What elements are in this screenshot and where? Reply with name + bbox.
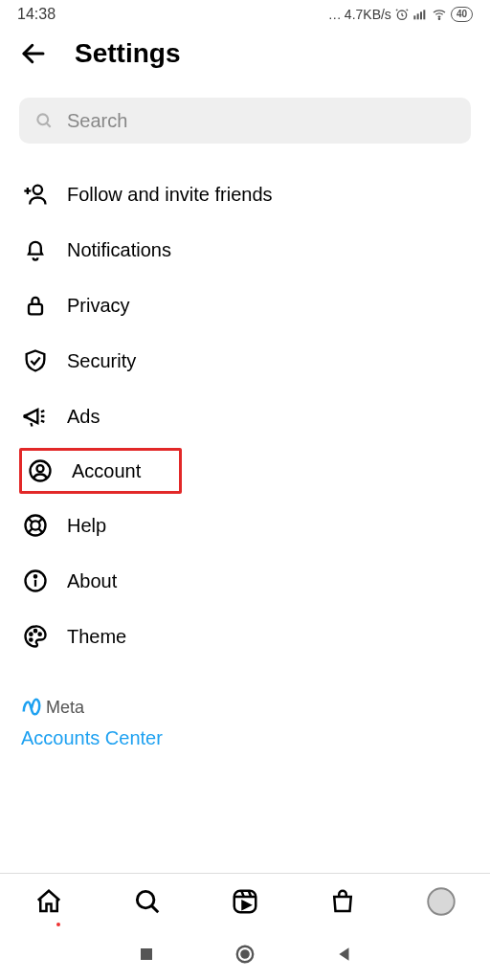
settings-item-account[interactable]: Account [19, 448, 182, 494]
svg-rect-2 [417, 13, 419, 19]
system-nav [0, 928, 490, 980]
settings-item-theme[interactable]: Theme [19, 609, 471, 664]
svg-marker-39 [339, 947, 348, 961]
svg-rect-3 [420, 11, 422, 19]
settings-item-ads[interactable]: Ads [19, 389, 471, 444]
settings-item-label: Theme [67, 626, 126, 648]
bottom-nav [0, 873, 490, 928]
settings-item-label: Account [72, 460, 141, 482]
svg-line-20 [39, 529, 44, 534]
settings-item-follow-invite[interactable]: Follow and invite friends [19, 167, 471, 222]
svg-line-18 [39, 518, 44, 523]
svg-line-19 [28, 529, 33, 534]
settings-item-privacy[interactable]: Privacy [19, 278, 471, 333]
svg-point-24 [30, 634, 32, 635]
bell-icon [21, 235, 50, 264]
sys-recent-button[interactable] [136, 944, 157, 965]
sys-back-button[interactable] [334, 944, 355, 965]
search-placeholder: Search [67, 110, 127, 132]
svg-point-27 [30, 638, 32, 640]
meta-section: Meta Accounts Center [0, 664, 490, 753]
settings-header: Settings [0, 27, 490, 86]
status-net-speed: 4.7KB/s [345, 7, 391, 22]
settings-item-label: Security [67, 350, 136, 372]
lifebuoy-icon [21, 511, 50, 540]
svg-rect-4 [423, 10, 425, 19]
nav-search[interactable] [131, 885, 164, 918]
svg-marker-34 [242, 902, 250, 909]
svg-line-17 [28, 518, 33, 523]
nav-home-notification-dot [56, 923, 60, 926]
person-circle-icon [26, 457, 55, 485]
svg-point-9 [33, 186, 42, 194]
page-title: Settings [75, 38, 180, 69]
settings-item-help[interactable]: Help [19, 498, 471, 553]
info-icon [21, 567, 50, 595]
megaphone-icon [21, 402, 50, 431]
nav-reels[interactable] [229, 885, 261, 918]
svg-rect-1 [413, 15, 415, 19]
battery-indicator: 40 [451, 7, 473, 22]
settings-item-about[interactable]: About [19, 553, 471, 609]
settings-item-label: About [67, 570, 117, 592]
shield-icon [21, 346, 50, 375]
add-person-icon [21, 180, 50, 209]
status-ellipsis: … [328, 7, 342, 22]
svg-point-7 [37, 114, 48, 124]
nav-profile[interactable] [425, 885, 457, 918]
settings-item-label: Help [67, 515, 106, 537]
meta-logo-icon [21, 697, 42, 718]
meta-brand: Meta [21, 697, 469, 718]
wifi-icon [431, 7, 448, 22]
svg-line-29 [151, 905, 158, 912]
accounts-center-link[interactable]: Accounts Center [21, 727, 469, 749]
search-input[interactable]: Search [19, 98, 471, 144]
nav-shop[interactable] [326, 885, 359, 918]
back-button[interactable] [19, 39, 48, 68]
sys-home-button[interactable] [234, 944, 256, 965]
palette-icon [21, 622, 50, 651]
svg-point-25 [34, 630, 36, 632]
svg-point-35 [428, 888, 455, 915]
status-bar: 14:38 … 4.7KB/s 40 [0, 0, 490, 27]
svg-point-28 [137, 891, 154, 908]
settings-item-notifications[interactable]: Notifications [19, 222, 471, 278]
svg-rect-36 [141, 948, 152, 960]
settings-item-label: Ads [67, 406, 100, 428]
svg-point-23 [34, 575, 36, 577]
meta-brand-label: Meta [46, 698, 84, 718]
settings-item-label: Notifications [67, 239, 171, 261]
svg-point-26 [39, 634, 41, 635]
svg-point-14 [37, 465, 44, 472]
status-time: 14:38 [17, 6, 56, 23]
settings-item-label: Follow and invite friends [67, 184, 273, 206]
signal-icon [412, 7, 428, 22]
alarm-icon [394, 7, 410, 22]
settings-item-label: Privacy [67, 295, 130, 317]
status-right-cluster: … 4.7KB/s 40 [328, 7, 473, 22]
settings-list: Follow and invite friends Notifications … [0, 167, 490, 664]
lock-icon [21, 291, 50, 320]
svg-line-8 [47, 123, 51, 127]
svg-rect-12 [29, 304, 42, 315]
nav-home[interactable] [33, 885, 65, 918]
svg-point-38 [241, 950, 248, 957]
svg-point-5 [438, 18, 439, 19]
settings-item-security[interactable]: Security [19, 333, 471, 389]
svg-point-16 [31, 521, 39, 529]
search-icon [34, 111, 54, 130]
